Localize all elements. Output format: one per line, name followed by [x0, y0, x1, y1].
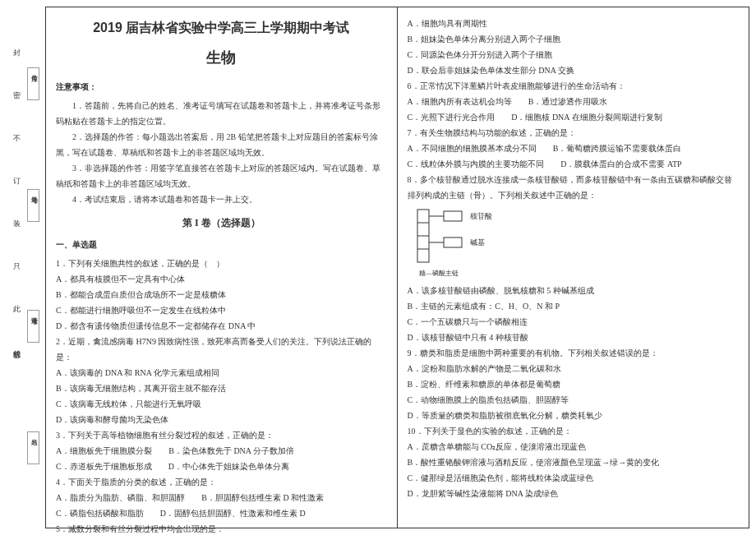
notice-item: 2．选择题的作答：每小题选出答案后，用 2B 铅笔把答题卡上对应题目的答案标号涂… — [56, 129, 387, 160]
svg-rect-7 — [444, 238, 462, 247]
q5-opt-c: C．同源染色体分开分别进入两个子细胞 — [408, 47, 740, 62]
student-info-strip: 座位号 考场号 准考证号 姓名 — [25, 0, 41, 535]
name-label: 姓名 — [27, 431, 39, 464]
q5-opt-a: A．细胞均具有周期性 — [408, 16, 740, 31]
q9-stem: 9．糖类和脂质是细胞中两种重要的有机物。下列相关叙述错误的是： — [408, 345, 740, 361]
nucleotide-diagram: 核苷酸 碱基 糖—磷酸主链 — [413, 206, 544, 279]
q7-opt-cd: C．线粒体外膜与内膜的主要功能不同 D．膜载体蛋白的合成不需要 ATP — [408, 156, 740, 172]
notice-item: 4．考试结束后，请将本试题卷和答题卡一并上交。 — [56, 191, 387, 207]
q8-opt-a: A．该多核苷酸链由磷酸、脱氧核糖和 5 种碱基组成 — [408, 283, 740, 298]
q10-opt-b: B．酸性重铬酸钾溶液与酒精反应，使溶液颜色呈现蓝→绿→黄的变化 — [408, 454, 740, 470]
binding-marker: 此 — [13, 304, 21, 317]
svg-rect-5 — [444, 211, 462, 221]
binding-strip: 封 密 不 订 装 只 此 密封线 座位号 考场号 准考证号 姓名 — [8, 0, 41, 535]
column-left: 2019 届吉林省实验中学高三上学期期中考试 生物 注意事项： 1．答题前，先将… — [46, 7, 398, 528]
binding-marker: 密 — [13, 90, 21, 104]
notice-heading: 注意事项： — [56, 79, 387, 95]
diagram-label-base: 碱基 — [470, 238, 485, 247]
q5-stem: 5．减数分裂和有丝分裂过程中均会出现的是： — [56, 521, 387, 535]
q1-opt-b: B．都能合成蛋白质但合成场所不一定是核糖体 — [56, 287, 387, 302]
exam-no-label: 准考证号 — [27, 310, 39, 343]
seal-line-label: 密封线 — [12, 332, 22, 357]
notice-item: 1．答题前，先将自己的姓名、准考证号填写在试题卷和答题卡上，并将准考证号条形码粘… — [56, 98, 387, 129]
q1-stem: 1．下列有关细胞共性的叙述，正确的是（ ） — [56, 256, 387, 271]
q1-opt-c: C．都能进行细胞呼吸但不一定发生在线粒体中 — [56, 302, 387, 318]
q6-opt-cd: C．光照下进行光合作用 D．细胞核 DNA 在细胞分裂间期进行复制 — [408, 109, 740, 125]
binding-markers: 封 密 不 订 装 只 此 密封线 — [8, 0, 25, 535]
q8-opt-d: D．该核苷酸链中只有 4 种核苷酸 — [408, 330, 740, 345]
q8-opt-c: C．一个五碳糖只与一个磷酸相连 — [408, 314, 740, 330]
q7-opt-ab: A．不同细胞的细胞膜基本成分不同 B．葡萄糖跨膜运输不需要载体蛋白 — [408, 141, 740, 156]
diagram-label-backbone: 糖—磷酸主链 — [419, 267, 544, 279]
q10-opt-c: C．健那绿是活细胞染色剂，能将线粒体染成蓝绿色 — [408, 470, 740, 486]
q6-opt-ab: A．细胞内所有表达机会均等 B．通过渗透作用吸水 — [408, 94, 740, 109]
column-right: A．细胞均具有周期性 B．姐妹染色单体分离分别进入两个子细胞 C．同源染色体分开… — [398, 7, 749, 528]
binding-marker: 订 — [13, 176, 21, 189]
q4-opt-ab: A．脂质分为脂肪、磷脂、和胆固醇 B．胆固醇包括维生素 D 和性激素 — [56, 490, 387, 505]
subsection-title: 一、单选题 — [56, 237, 387, 252]
q3-opt-ab: A．细胞板先于细胞膜分裂 B．染色体数先于 DNA 分子数加倍 — [56, 443, 387, 459]
binding-marker: 封 — [13, 48, 21, 61]
q10-opt-d: D．龙胆紫等碱性染液能将 DNA 染成绿色 — [408, 486, 740, 501]
q2-opt-c: C．该病毒无线粒体，只能进行无氧呼吸 — [56, 396, 387, 412]
q5-opt-d: D．联会后非姐妹染色单体发生部分 DNA 交换 — [408, 62, 740, 78]
room-label: 考场号 — [27, 189, 39, 222]
q3-stem: 3．下列关于高等植物细胞有丝分裂过程的叙述，正确的是： — [56, 427, 387, 443]
seat-label: 座位号 — [27, 67, 39, 100]
subject-title: 生物 — [56, 44, 387, 71]
section-1-title: 第 I 卷（选择题） — [56, 214, 387, 233]
binding-marker: 装 — [13, 219, 21, 232]
q2-opt-b: B．该病毒无细胞结构，其离开宿主就不能存活 — [56, 380, 387, 396]
q8-opt-b: B．主链的元素组成有：C、H、O、N 和 P — [408, 298, 740, 314]
q9-opt-c: C．动物细胞膜上的脂质包括磷脂、胆固醇等 — [408, 392, 740, 408]
q9-opt-d: D．等质量的糖类和脂肪被彻底氧化分解，糖类耗氧少 — [408, 408, 740, 423]
q4-stem: 4．下面关于脂质的分类的叙述，正确的是： — [56, 474, 387, 490]
q2-stem: 2．近期，禽流感病毒 H7N9 因致病性强，致死率高而备受人们的关注。下列说法正… — [56, 334, 387, 365]
q2-opt-a: A．该病毒的 DNA 和 RNA 化学元素组成相同 — [56, 365, 387, 380]
q4-opt-cd: C．磷脂包括磷酸和脂肪 D．固醇包括胆固醇、性激素和维生素 D — [56, 505, 387, 521]
q10-stem: 10．下列关于显色的实验的叙述，正确的是： — [408, 423, 740, 439]
binding-marker: 只 — [13, 261, 21, 274]
q5-opt-b: B．姐妹染色单体分离分别进入两个子细胞 — [408, 31, 740, 47]
q1-opt-a: A．都具有核膜但不一定具有中心体 — [56, 271, 387, 287]
q1-opt-d: D．都含有遗传物质但遗传信息不一定都储存在 DNA 中 — [56, 318, 387, 334]
q2-opt-d: D．该病毒和酵母菌均无染色体 — [56, 412, 387, 427]
diagram-label-nucleotide: 核苷酸 — [469, 212, 492, 220]
q3-opt-cd: C．赤道板先于细胞板形成 D．中心体先于姐妹染色单体分离 — [56, 459, 387, 474]
q6-stem: 6．正常情况下洋葱鳞片叶表皮细胞能够进行的生命活动有： — [408, 78, 740, 94]
q9-opt-b: B．淀粉、纤维素和糖原的单体都是葡萄糖 — [408, 376, 740, 392]
q10-opt-a: A．蔗糖含单糖能与 CO₂反应，使溴溶液出现蓝色 — [408, 439, 740, 454]
binding-marker: 不 — [13, 133, 21, 146]
q7-stem: 7．有关生物膜结构与功能的叙述，正确的是： — [408, 125, 740, 141]
q8-stem: 8．多个核苷酸通过脱水连接成一条核苷酸链，而多核苷酸链中有一条由五碳糖和磷酸交替… — [408, 172, 740, 203]
exam-title: 2019 届吉林省实验中学高三上学期期中考试 — [56, 16, 387, 40]
q9-opt-a: A．淀粉和脂肪水解的产物是二氧化碳和水 — [408, 361, 740, 376]
notice-item: 3．非选择题的作答：用签字笔直接答在答题卡上对应的答题区域内。写在试题卷、草稿纸… — [56, 160, 387, 191]
exam-page: 2019 届吉林省实验中学高三上学期期中考试 生物 注意事项： 1．答题前，先将… — [45, 7, 749, 528]
